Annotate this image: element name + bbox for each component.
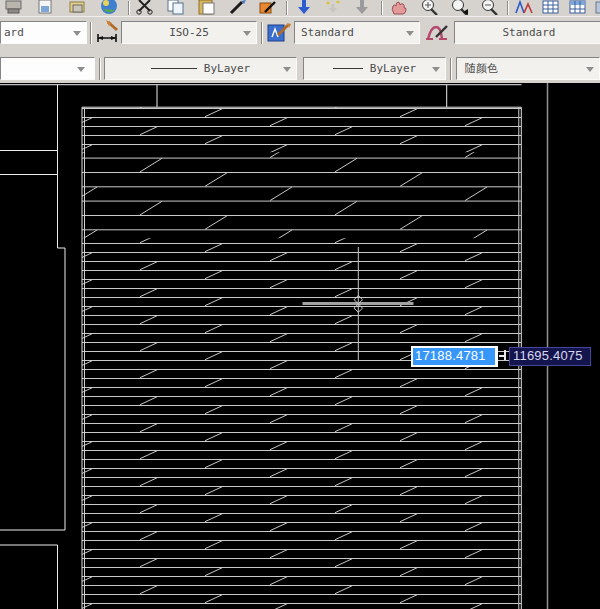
text-style-combo[interactable]: Standard: [294, 21, 420, 44]
drawing-canvas[interactable]: [0, 83, 600, 609]
table-style-value: Standard: [503, 26, 556, 39]
text-style-icon[interactable]: [512, 0, 536, 15]
toolbar-separator: [261, 22, 263, 44]
chevron-down-icon[interactable]: [73, 31, 81, 36]
toolbar-separator: [128, 1, 130, 15]
cut-icon[interactable]: [134, 0, 158, 15]
copy-icon[interactable]: [165, 0, 189, 15]
lineweight-combo[interactable]: ByLayer: [303, 57, 446, 80]
chevron-down-icon[interactable]: [406, 31, 414, 36]
preview-icon[interactable]: [35, 0, 59, 15]
toolbar-separator: [286, 1, 288, 15]
linetype-combo[interactable]: ByLayer: [104, 57, 297, 80]
linetype-value: ByLayer: [204, 62, 250, 75]
toolbar-separator: [507, 1, 509, 15]
chevron-down-icon[interactable]: [243, 31, 251, 36]
plot-icon[interactable]: [3, 0, 27, 15]
dynamic-input-tick: [499, 355, 505, 357]
undo-icon[interactable]: [293, 0, 317, 15]
chevron-down-icon[interactable]: [586, 67, 594, 72]
toolbar-separator: [381, 1, 383, 15]
table-style-edit-icon[interactable]: [424, 21, 450, 47]
chevron-down-icon[interactable]: [283, 67, 291, 72]
toolbar-separator: [450, 58, 452, 80]
redo-faded-icon[interactable]: [322, 0, 346, 15]
linetype-sample-line: [151, 68, 197, 69]
toolbar-separator: [99, 58, 101, 80]
toolbar: ard ISO-25 Standard Standard ByLayer: [0, 0, 600, 83]
partial-icon[interactable]: [594, 0, 600, 15]
dim-style-combo-label: ard: [1, 26, 24, 39]
publish-icon[interactable]: [67, 0, 91, 15]
dim-style-combo-clipped[interactable]: ard: [0, 21, 87, 44]
plot-style-combo[interactable]: 随颜色: [456, 57, 600, 80]
dim-style-combo[interactable]: ISO-25: [121, 21, 257, 44]
lineweight-sample-line: [333, 68, 363, 69]
zoom-realtime-icon[interactable]: [418, 0, 442, 15]
table-style-combo[interactable]: Standard: [454, 21, 600, 44]
plot-style-value: 随颜色: [457, 61, 498, 76]
paste-icon[interactable]: [196, 0, 220, 15]
standard-toolbar-row: [0, 0, 600, 17]
brush-icon[interactable]: [227, 0, 251, 15]
match-properties-icon[interactable]: [257, 0, 281, 15]
table-style-icon[interactable]: [567, 0, 591, 15]
dynamic-input-y-field[interactable]: 11695.4075: [509, 347, 591, 366]
dim-style-icon[interactable]: [95, 20, 121, 46]
dynamic-input-x-value[interactable]: 17188.4781: [413, 348, 495, 365]
lineweight-value: ByLayer: [370, 62, 416, 75]
color-control-combo[interactable]: [0, 57, 95, 80]
pan-icon[interactable]: [388, 0, 412, 15]
autocad-window: ard ISO-25 Standard Standard ByLayer: [0, 0, 600, 609]
toolbar-separator: [90, 22, 92, 44]
zoom-window-icon[interactable]: [448, 0, 472, 15]
dynamic-input-y-value: 11695.4075: [513, 348, 583, 363]
chevron-down-icon[interactable]: [432, 67, 440, 72]
sphere-icon[interactable]: [99, 0, 123, 15]
dynamic-input-x-field[interactable]: 17188.4781: [411, 346, 498, 367]
table-icon[interactable]: [540, 0, 564, 15]
dim-style-value: ISO-25: [169, 26, 209, 39]
text-style-edit-icon[interactable]: [266, 21, 292, 47]
redo-icon[interactable]: [351, 0, 375, 15]
text-style-value: Standard: [295, 26, 354, 39]
zoom-previous-icon[interactable]: [478, 0, 502, 15]
chevron-down-icon[interactable]: [77, 67, 85, 72]
